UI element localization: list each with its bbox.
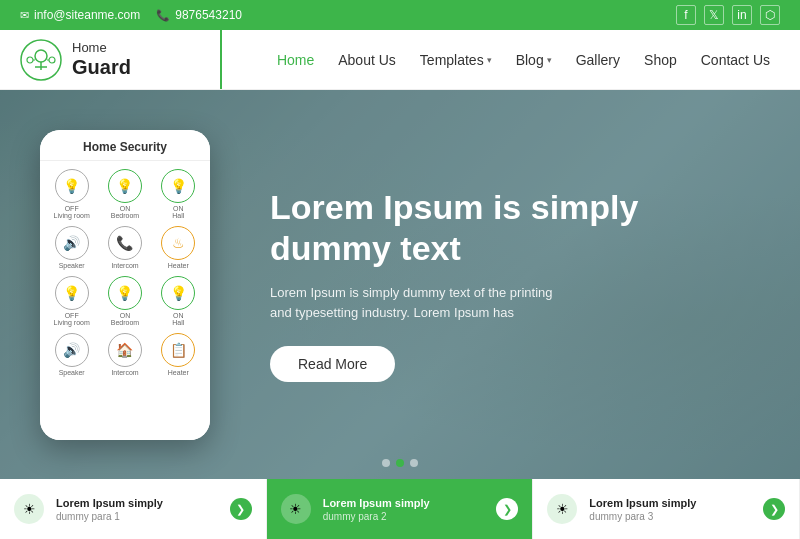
phone-mockup: Home Security 💡 OFFLiving room 💡 ONBedro…	[40, 130, 210, 440]
phone-icon-circle-9: 💡	[161, 276, 195, 310]
read-more-button[interactable]: Read More	[270, 346, 395, 382]
phone-text: 9876543210	[175, 8, 242, 22]
hero-title-line1: Lorem Ipsum is simply	[270, 188, 638, 226]
nav-item-templates[interactable]: Templates ▾	[410, 44, 502, 76]
bottom-card-3: ☀ Lorem Ipsum simply dummy para 3 ❯	[533, 479, 800, 539]
svg-point-1	[35, 50, 47, 62]
phone-icon-circle-11: 🏠	[108, 333, 142, 367]
bottom-card-title-3: Lorem Ipsum simply	[589, 496, 751, 510]
nav-link-home[interactable]: Home	[267, 44, 324, 76]
phone-icon-4: 🔊 Speaker	[48, 226, 95, 270]
top-bar: ✉ info@siteanme.com 📞 9876543210 f 𝕏 in …	[0, 0, 800, 30]
navbar: Home Guard Home About Us Templates ▾ Blo…	[0, 30, 800, 90]
bottom-card-1: ☀ Lorem Ipsum simply dummy para 1 ❯	[0, 479, 267, 539]
phone-icon-1: 💡 OFFLiving room	[48, 169, 95, 220]
hero-text-block: Lorem Ipsum is simply dummy text Lorem I…	[270, 187, 760, 382]
nav-link-shop[interactable]: Shop	[634, 44, 687, 76]
hero-title-line2: dummy text	[270, 229, 461, 267]
bottom-card-text-3: Lorem Ipsum simply dummy para 3	[589, 496, 751, 521]
bottom-card-text-2: Lorem Ipsum simply dummy para 2	[323, 496, 485, 521]
bottom-card-sub-3: dummy para 3	[589, 511, 751, 522]
phone-icon-2: 💡 ONBedroom	[101, 169, 148, 220]
templates-chevron: ▾	[487, 55, 492, 65]
phone-icon-9: 💡 ONHall	[155, 276, 202, 327]
nav-item-shop[interactable]: Shop	[634, 44, 687, 76]
social-icons: f 𝕏 in ⬡	[676, 5, 780, 25]
hero-title: Lorem Ipsum is simply dummy text	[270, 187, 760, 269]
phone-icon-circle-10: 🔊	[55, 333, 89, 367]
bottom-card-icon-3: ☀	[547, 494, 577, 524]
bottom-card-text-1: Lorem Ipsum simply dummy para 1	[56, 496, 218, 521]
phone-icon: 📞	[156, 9, 170, 22]
bottom-card-arrow-2[interactable]: ❯	[496, 498, 518, 520]
bottom-card-2: ☀ Lorem Ipsum simply dummy para 2 ❯	[267, 479, 534, 539]
instagram-icon[interactable]: ⬡	[760, 5, 780, 25]
logo-home: Home	[72, 41, 131, 55]
nav-link-gallery[interactable]: Gallery	[566, 44, 630, 76]
phone-icon-circle-6: ♨	[161, 226, 195, 260]
phone-header: Home Security	[40, 130, 210, 161]
phone-icon-circle-3: 💡	[161, 169, 195, 203]
phone-icon-circle-1: 💡	[55, 169, 89, 203]
blog-chevron: ▾	[547, 55, 552, 65]
linkedin-icon[interactable]: in	[732, 5, 752, 25]
dot-3[interactable]	[410, 459, 418, 467]
email-icon: ✉	[20, 9, 29, 22]
facebook-icon[interactable]: f	[676, 5, 696, 25]
email-text: info@siteanme.com	[34, 8, 140, 22]
logo-text: Home Guard	[72, 41, 131, 77]
bottom-card-arrow-3[interactable]: ❯	[763, 498, 785, 520]
nav-link-blog[interactable]: Blog ▾	[506, 44, 562, 76]
phone-icon-circle-5: 📞	[108, 226, 142, 260]
nav-item-home[interactable]: Home	[267, 44, 324, 76]
nav-link-about[interactable]: About Us	[328, 44, 406, 76]
hero-section: Home Security 💡 OFFLiving room 💡 ONBedro…	[0, 90, 800, 479]
phone-icon-6: ♨ Heater	[155, 226, 202, 270]
nav-item-contact[interactable]: Contact Us	[691, 44, 780, 76]
nav-divider	[220, 30, 222, 89]
phone-icon-circle-7: 💡	[55, 276, 89, 310]
svg-point-4	[27, 57, 33, 63]
bottom-card-arrow-1[interactable]: ❯	[230, 498, 252, 520]
bottom-cards: ☀ Lorem Ipsum simply dummy para 1 ❯ ☀ Lo…	[0, 479, 800, 539]
nav-item-blog[interactable]: Blog ▾	[506, 44, 562, 76]
bottom-card-title-2: Lorem Ipsum simply	[323, 496, 485, 510]
dot-2-active[interactable]	[396, 459, 404, 467]
phone-icon-8: 💡 ONBedroom	[101, 276, 148, 327]
nav-item-gallery[interactable]: Gallery	[566, 44, 630, 76]
logo: Home Guard	[20, 39, 131, 81]
phone-body: 💡 OFFLiving room 💡 ONBedroom 💡 ONHall 🔊 …	[40, 161, 210, 440]
twitter-icon[interactable]: 𝕏	[704, 5, 724, 25]
phone-icon-circle-2: 💡	[108, 169, 142, 203]
phone-icon-circle-8: 💡	[108, 276, 142, 310]
svg-point-5	[49, 57, 55, 63]
dot-1[interactable]	[382, 459, 390, 467]
nav-links-container: Home About Us Templates ▾ Blog ▾ Gallery…	[267, 44, 780, 76]
phone-icon-5: 📞 Intercom	[101, 226, 148, 270]
phone-icon-12: 📋 Heater	[155, 333, 202, 377]
phone-icon-7: 💡 OFFLiving room	[48, 276, 95, 327]
nav-link-contact[interactable]: Contact Us	[691, 44, 780, 76]
phone-icon-3: 💡 ONHall	[155, 169, 202, 220]
logo-guard: Guard	[72, 56, 131, 78]
phone-item: 📞 9876543210	[156, 8, 242, 22]
bottom-card-title-1: Lorem Ipsum simply	[56, 496, 218, 510]
nav-link-templates[interactable]: Templates ▾	[410, 44, 502, 76]
phone-grid: 💡 OFFLiving room 💡 ONBedroom 💡 ONHall 🔊 …	[48, 169, 202, 377]
nav-item-about[interactable]: About Us	[328, 44, 406, 76]
phone-icon-circle-4: 🔊	[55, 226, 89, 260]
bottom-card-sub-2: dummy para 2	[323, 511, 485, 522]
phone-header-title: Home Security	[50, 140, 200, 154]
bottom-card-icon-2: ☀	[281, 494, 311, 524]
nav-links: Home About Us Templates ▾ Blog ▾ Gallery…	[267, 44, 780, 76]
bottom-card-icon-1: ☀	[14, 494, 44, 524]
bottom-card-sub-1: dummy para 1	[56, 511, 218, 522]
email-item: ✉ info@siteanme.com	[20, 8, 140, 22]
logo-icon	[20, 39, 62, 81]
phone-icon-circle-12: 📋	[161, 333, 195, 367]
hero-content: Home Security 💡 OFFLiving room 💡 ONBedro…	[0, 90, 800, 479]
phone-icon-11: 🏠 Intercom	[101, 333, 148, 377]
hero-dots	[382, 459, 418, 467]
phone-icon-10: 🔊 Speaker	[48, 333, 95, 377]
hero-subtitle: Lorem Ipsum is simply dummy text of the …	[270, 283, 570, 325]
